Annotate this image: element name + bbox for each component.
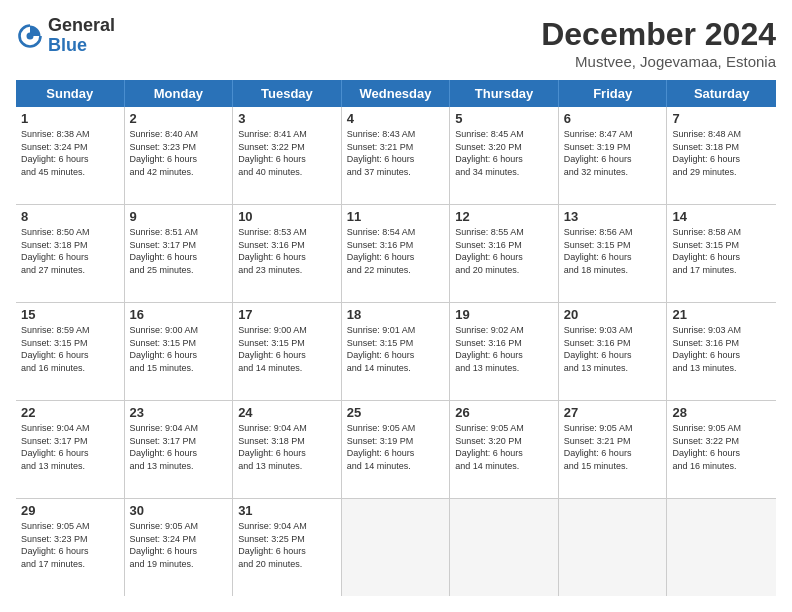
day-info-line: Sunset: 3:15 PM (21, 337, 119, 350)
day-info-line: Daylight: 6 hours (347, 153, 445, 166)
day-info-line: Sunrise: 9:04 AM (130, 422, 228, 435)
title-block: December 2024 Mustvee, Jogevamaa, Estoni… (541, 16, 776, 70)
day-info-line: and 14 minutes. (238, 362, 336, 375)
day-cell-27: 27Sunrise: 9:05 AMSunset: 3:21 PMDayligh… (559, 401, 668, 498)
day-cell-5: 5Sunrise: 8:45 AMSunset: 3:20 PMDaylight… (450, 107, 559, 204)
day-cell-1: 1Sunrise: 8:38 AMSunset: 3:24 PMDaylight… (16, 107, 125, 204)
day-number: 18 (347, 307, 445, 322)
header-day-friday: Friday (559, 80, 668, 107)
day-info-line: Sunset: 3:18 PM (238, 435, 336, 448)
header-day-monday: Monday (125, 80, 234, 107)
day-cell-15: 15Sunrise: 8:59 AMSunset: 3:15 PMDayligh… (16, 303, 125, 400)
day-number: 5 (455, 111, 553, 126)
day-info-line: and 42 minutes. (130, 166, 228, 179)
empty-cell (342, 499, 451, 596)
day-number: 9 (130, 209, 228, 224)
day-info-line: and 32 minutes. (564, 166, 662, 179)
day-info-line: Daylight: 6 hours (21, 153, 119, 166)
day-info-line: and 13 minutes. (564, 362, 662, 375)
day-info-line: Sunrise: 8:54 AM (347, 226, 445, 239)
day-info-line: and 20 minutes. (455, 264, 553, 277)
day-info-line: Sunset: 3:15 PM (564, 239, 662, 252)
day-info-line: Daylight: 6 hours (455, 349, 553, 362)
day-cell-3: 3Sunrise: 8:41 AMSunset: 3:22 PMDaylight… (233, 107, 342, 204)
day-info-line: Sunset: 3:20 PM (455, 141, 553, 154)
day-number: 27 (564, 405, 662, 420)
svg-point-0 (27, 32, 34, 39)
page: General Blue December 2024 Mustvee, Joge… (0, 0, 792, 612)
day-info-line: Sunrise: 9:03 AM (564, 324, 662, 337)
day-cell-2: 2Sunrise: 8:40 AMSunset: 3:23 PMDaylight… (125, 107, 234, 204)
day-cell-14: 14Sunrise: 8:58 AMSunset: 3:15 PMDayligh… (667, 205, 776, 302)
day-info-line: Sunrise: 8:40 AM (130, 128, 228, 141)
day-info-line: Sunrise: 9:02 AM (455, 324, 553, 337)
day-info-line: Sunset: 3:21 PM (564, 435, 662, 448)
day-info-line: Daylight: 6 hours (564, 349, 662, 362)
day-info-line: Sunrise: 9:04 AM (21, 422, 119, 435)
day-info-line: Sunset: 3:15 PM (347, 337, 445, 350)
day-cell-9: 9Sunrise: 8:51 AMSunset: 3:17 PMDaylight… (125, 205, 234, 302)
empty-cell (450, 499, 559, 596)
week-row-1: 1Sunrise: 8:38 AMSunset: 3:24 PMDaylight… (16, 107, 776, 205)
day-info-line: Sunset: 3:15 PM (672, 239, 771, 252)
day-info-line: Daylight: 6 hours (347, 251, 445, 264)
day-info-line: Daylight: 6 hours (564, 251, 662, 264)
day-number: 21 (672, 307, 771, 322)
day-info-line: and 20 minutes. (238, 558, 336, 571)
day-info-line: Sunrise: 9:05 AM (672, 422, 771, 435)
day-info-line: and 18 minutes. (564, 264, 662, 277)
day-info-line: Sunrise: 8:38 AM (21, 128, 119, 141)
day-cell-8: 8Sunrise: 8:50 AMSunset: 3:18 PMDaylight… (16, 205, 125, 302)
day-cell-11: 11Sunrise: 8:54 AMSunset: 3:16 PMDayligh… (342, 205, 451, 302)
calendar-body: 1Sunrise: 8:38 AMSunset: 3:24 PMDaylight… (16, 107, 776, 596)
day-info-line: and 16 minutes. (21, 362, 119, 375)
day-number: 15 (21, 307, 119, 322)
day-info-line: Sunset: 3:24 PM (130, 533, 228, 546)
day-number: 17 (238, 307, 336, 322)
day-number: 24 (238, 405, 336, 420)
day-cell-25: 25Sunrise: 9:05 AMSunset: 3:19 PMDayligh… (342, 401, 451, 498)
day-info-line: Sunset: 3:17 PM (130, 435, 228, 448)
day-info-line: Sunrise: 9:00 AM (238, 324, 336, 337)
week-row-3: 15Sunrise: 8:59 AMSunset: 3:15 PMDayligh… (16, 303, 776, 401)
day-info-line: and 37 minutes. (347, 166, 445, 179)
day-cell-17: 17Sunrise: 9:00 AMSunset: 3:15 PMDayligh… (233, 303, 342, 400)
day-info-line: Daylight: 6 hours (455, 447, 553, 460)
day-info-line: Sunset: 3:19 PM (564, 141, 662, 154)
day-number: 16 (130, 307, 228, 322)
day-number: 4 (347, 111, 445, 126)
day-info-line: Sunrise: 8:48 AM (672, 128, 771, 141)
day-info-line: and 13 minutes. (455, 362, 553, 375)
day-info-line: Daylight: 6 hours (672, 153, 771, 166)
day-info-line: and 14 minutes. (455, 460, 553, 473)
day-number: 30 (130, 503, 228, 518)
day-info-line: and 19 minutes. (130, 558, 228, 571)
day-info-line: Daylight: 6 hours (564, 447, 662, 460)
day-info-line: Sunset: 3:24 PM (21, 141, 119, 154)
day-info-line: Daylight: 6 hours (130, 545, 228, 558)
day-info-line: Sunset: 3:21 PM (347, 141, 445, 154)
day-number: 23 (130, 405, 228, 420)
day-info-line: Sunrise: 9:00 AM (130, 324, 228, 337)
day-number: 19 (455, 307, 553, 322)
empty-cell (559, 499, 668, 596)
day-info-line: Daylight: 6 hours (21, 447, 119, 460)
day-cell-18: 18Sunrise: 9:01 AMSunset: 3:15 PMDayligh… (342, 303, 451, 400)
day-info-line: Sunset: 3:16 PM (564, 337, 662, 350)
day-info-line: Daylight: 6 hours (672, 447, 771, 460)
day-info-line: Sunrise: 9:04 AM (238, 422, 336, 435)
day-cell-20: 20Sunrise: 9:03 AMSunset: 3:16 PMDayligh… (559, 303, 668, 400)
day-cell-4: 4Sunrise: 8:43 AMSunset: 3:21 PMDaylight… (342, 107, 451, 204)
day-info-line: Daylight: 6 hours (347, 447, 445, 460)
day-info-line: Sunrise: 8:43 AM (347, 128, 445, 141)
day-info-line: and 22 minutes. (347, 264, 445, 277)
day-info-line: and 15 minutes. (564, 460, 662, 473)
logo-text: General Blue (48, 16, 115, 56)
day-info-line: Sunset: 3:19 PM (347, 435, 445, 448)
day-info-line: Sunset: 3:23 PM (21, 533, 119, 546)
day-info-line: Sunset: 3:22 PM (672, 435, 771, 448)
day-number: 14 (672, 209, 771, 224)
day-number: 8 (21, 209, 119, 224)
day-cell-21: 21Sunrise: 9:03 AMSunset: 3:16 PMDayligh… (667, 303, 776, 400)
day-info-line: Sunset: 3:16 PM (238, 239, 336, 252)
